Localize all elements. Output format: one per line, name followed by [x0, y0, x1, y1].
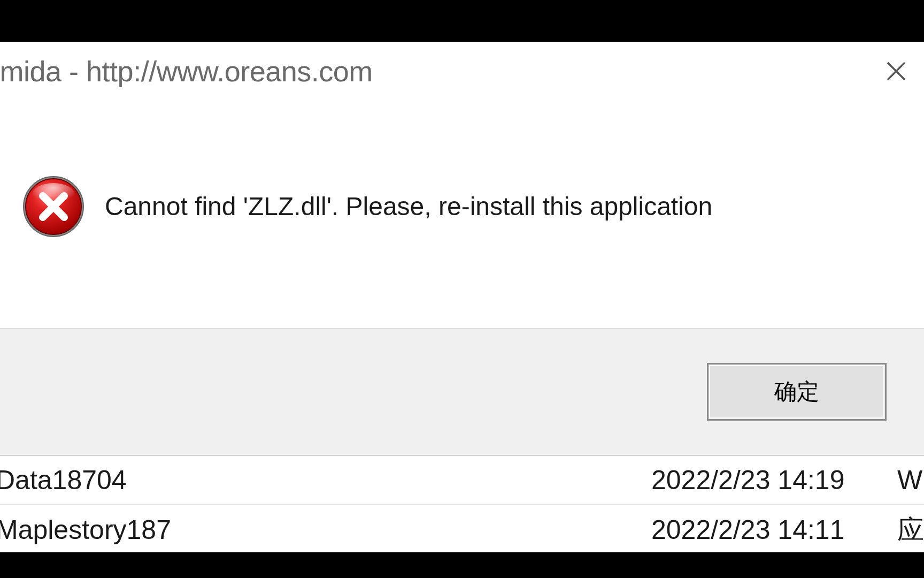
file-date: 2022/2/23 14:11 [651, 514, 897, 545]
dialog-footer: 确定 [0, 328, 924, 455]
file-list: Data18704 2022/2/23 14:19 W Maplestory18… [0, 456, 924, 554]
file-type: 应 [897, 512, 924, 548]
file-name: Data18704 [0, 465, 651, 496]
dialog-titlebar: emida - http://www.oreans.com [0, 42, 924, 101]
file-row[interactable]: Data18704 2022/2/23 14:19 W [0, 456, 924, 505]
file-date: 2022/2/23 14:19 [651, 465, 897, 496]
close-button[interactable] [880, 55, 912, 87]
black-bar-bottom [0, 552, 924, 578]
close-icon [886, 60, 907, 82]
file-type: W [897, 465, 924, 496]
black-bar-top [0, 0, 924, 42]
file-name: Maplestory187 [0, 514, 651, 545]
dialog-title: emida - http://www.oreans.com [0, 55, 373, 88]
error-message: Cannot find 'ZLZ.dll'. Please, re-instal… [105, 192, 712, 221]
viewport: emida - http://www.oreans.com [0, 0, 924, 578]
ok-button[interactable]: 确定 [707, 363, 887, 421]
dialog-body: Cannot find 'ZLZ.dll'. Please, re-instal… [0, 101, 924, 328]
error-icon [21, 174, 86, 239]
error-dialog: emida - http://www.oreans.com [0, 42, 924, 456]
file-row[interactable]: Maplestory187 2022/2/23 14:11 应 [0, 505, 924, 554]
